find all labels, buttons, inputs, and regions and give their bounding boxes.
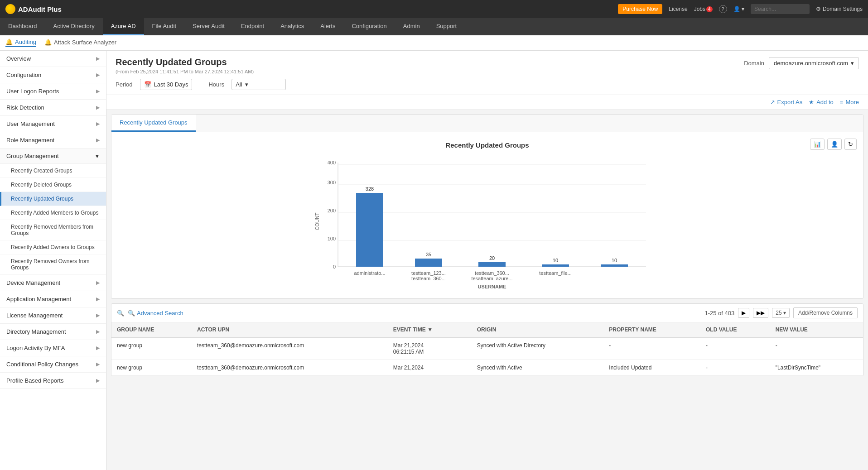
sidebar-item-overview[interactable]: Overview ▶ xyxy=(0,51,106,67)
tab-alerts[interactable]: Alerts xyxy=(312,18,343,35)
sidebar-item-user-logon[interactable]: User Logon Reports ▶ xyxy=(0,83,106,100)
sidebar-item-directory-management[interactable]: Directory Management ▶ xyxy=(0,324,106,340)
domain-settings-button[interactable]: ⚙ Domain Settings xyxy=(816,6,863,12)
sidebar-sub-recently-removed-members[interactable]: Recently Removed Members from Groups xyxy=(0,220,106,240)
pagination-info: 1-25 of 403 xyxy=(704,310,734,317)
sidebar-item-profile-based[interactable]: Profile Based Reports ▶ xyxy=(0,373,106,389)
sidebar-sub-label: Recently Removed Owners from Groups xyxy=(11,258,89,271)
tab-server-audit[interactable]: Server Audit xyxy=(184,18,233,35)
jobs-label: Jobs xyxy=(694,6,705,12)
add-to-button[interactable]: ★ Add to xyxy=(809,99,834,106)
table-toolbar: 🔍 🔍 Advanced Search 1-25 of 403 ▶ ▶▶ 25 … xyxy=(111,304,863,322)
nav-tabs: Dashboard Active Directory Azure AD File… xyxy=(0,18,868,35)
bar-4[interactable] xyxy=(542,264,569,267)
add-remove-columns-button[interactable]: Add/Remove Columns xyxy=(793,307,858,318)
tab-configuration[interactable]: Configuration xyxy=(343,18,395,35)
col-event-time[interactable]: EVENT TIME ▼ xyxy=(388,322,472,337)
license-link[interactable]: License xyxy=(669,6,687,12)
purchase-now-button[interactable]: Purchase Now xyxy=(618,4,662,14)
pagination-next-button[interactable]: ▶▶ xyxy=(753,308,768,318)
chevron-right-icon: ▶ xyxy=(96,280,100,286)
chevron-right-icon: ▶ xyxy=(96,137,100,143)
col-property-name: PROPERTY NAME xyxy=(603,322,700,337)
svg-text:35: 35 xyxy=(425,252,431,257)
chart-title: Recently Updated Groups xyxy=(121,141,854,149)
attack-surface-label: Attack Surface Analyzer xyxy=(54,39,116,46)
help-icon[interactable]: ? xyxy=(719,5,727,13)
top-bar-left: ADAudit Plus xyxy=(5,4,62,14)
chart-tab-recently-updated[interactable]: Recently Updated Groups xyxy=(111,115,196,132)
hours-label: Hours xyxy=(208,81,224,88)
cell-event-time: Mar 21,202406:21:15 AM xyxy=(388,337,472,360)
cell-property-name: Included Updated xyxy=(603,360,700,376)
gear-icon: ⚙ xyxy=(816,6,821,12)
sidebar-item-license-management[interactable]: License Management ▶ xyxy=(0,307,106,324)
sub-nav-attack-surface[interactable]: 🔔 Attack Surface Analyzer xyxy=(44,39,116,47)
col-actor-upn[interactable]: ACTOR UPN xyxy=(192,322,388,337)
bar-chart: COUNT 0 100 200 300 400 328 xyxy=(311,153,664,289)
per-page-selector[interactable]: 25 ▾ xyxy=(772,308,790,318)
adv-search-label: Advanced Search xyxy=(137,310,183,317)
sidebar-item-device-management[interactable]: Device Management ▶ xyxy=(0,275,106,291)
sidebar-item-risk-detection[interactable]: Risk Detection ▶ xyxy=(0,100,106,116)
auditing-label: Auditing xyxy=(15,38,36,45)
sidebar-label-application-management: Application Management xyxy=(6,296,71,302)
more-label: More xyxy=(845,99,859,106)
hours-value: All xyxy=(236,81,242,88)
sidebar-sub-recently-removed-owners[interactable]: Recently Removed Owners from Groups xyxy=(0,254,106,275)
col-group-name[interactable]: GROUP NAME xyxy=(111,322,192,337)
pagination-prev-button[interactable]: ▶ xyxy=(738,308,749,318)
search-icon: 🔍 xyxy=(117,310,124,317)
sidebar-sub-label: Recently Created Groups xyxy=(11,168,72,174)
sidebar-label-conditional-policy: Conditional Policy Changes xyxy=(6,361,78,368)
sidebar-item-conditional-policy[interactable]: Conditional Policy Changes ▶ xyxy=(0,356,106,373)
export-as-button[interactable]: ↗ Export As xyxy=(770,99,803,106)
chevron-right-icon: ▶ xyxy=(96,378,100,384)
tab-admin[interactable]: Admin xyxy=(395,18,428,35)
tab-endpoint[interactable]: Endpoint xyxy=(233,18,272,35)
chart-refresh-icon[interactable]: ↻ xyxy=(844,139,857,150)
sidebar-sub-recently-added-owners[interactable]: Recently Added Owners to Groups xyxy=(0,240,106,254)
tab-active-directory[interactable]: Active Directory xyxy=(45,18,103,35)
jobs-button[interactable]: Jobs4 xyxy=(694,6,713,12)
sidebar-item-application-management[interactable]: Application Management ▶ xyxy=(0,291,106,307)
hours-selector[interactable]: All ▾ xyxy=(231,79,286,90)
sub-nav-auditing[interactable]: 🔔 Auditing xyxy=(5,38,36,47)
svg-text:100: 100 xyxy=(327,236,335,241)
bar-1[interactable] xyxy=(356,193,383,267)
sidebar-item-user-management[interactable]: User Management ▶ xyxy=(0,116,106,132)
sidebar-sub-recently-added-members[interactable]: Recently Added Members to Groups xyxy=(0,206,106,220)
search-input[interactable] xyxy=(751,4,810,14)
period-selector[interactable]: 📅 Last 30 Days xyxy=(140,79,193,90)
tab-file-audit[interactable]: File Audit xyxy=(144,18,184,35)
tab-analytics[interactable]: Analytics xyxy=(272,18,312,35)
chart-user-icon[interactable]: 👤 xyxy=(827,139,842,150)
sidebar-item-group-management[interactable]: Group Management ▼ xyxy=(0,149,106,164)
bar-5[interactable] xyxy=(601,264,628,267)
svg-text:testteam_360...: testteam_360... xyxy=(475,270,509,276)
chart-bar-icon[interactable]: 📊 xyxy=(810,139,825,150)
tab-dashboard[interactable]: Dashboard xyxy=(0,18,45,35)
chevron-right-icon: ▶ xyxy=(96,72,100,78)
chevron-right-icon: ▶ xyxy=(96,56,100,62)
content-header: Recently Updated Groups (From Feb 25,202… xyxy=(106,51,868,95)
sidebar-item-configuration[interactable]: Configuration ▶ xyxy=(0,67,106,83)
cell-actor-upn: testteam_360@demoazure.onmicrosoft.com xyxy=(192,360,388,376)
sidebar-sub-recently-updated[interactable]: Recently Updated Groups xyxy=(0,192,106,206)
col-origin: ORIGIN xyxy=(472,322,604,337)
bar-3[interactable] xyxy=(478,262,506,267)
col-new-value: NEW VALUE xyxy=(770,322,863,337)
sidebar-sub-recently-deleted[interactable]: Recently Deleted Groups xyxy=(0,178,106,192)
bar-2[interactable] xyxy=(415,259,442,267)
user-avatar[interactable]: 👤 ▾ xyxy=(733,6,744,12)
export-row: ↗ Export As ★ Add to ≡ More xyxy=(106,95,868,110)
table-header: GROUP NAME ACTOR UPN EVENT TIME ▼ ORIGIN… xyxy=(111,322,863,337)
tab-azure-ad[interactable]: Azure AD xyxy=(103,18,144,35)
sidebar-item-role-management[interactable]: Role Management ▶ xyxy=(0,132,106,149)
sidebar-item-logon-mfa[interactable]: Logon Activity By MFA ▶ xyxy=(0,340,106,356)
sidebar-sub-recently-created[interactable]: Recently Created Groups xyxy=(0,164,106,178)
domain-dropdown[interactable]: demoazure.onmicrosoft.com ▾ xyxy=(769,57,859,69)
advanced-search-button[interactable]: 🔍 Advanced Search xyxy=(128,310,183,317)
more-button[interactable]: ≡ More xyxy=(840,99,859,106)
tab-support[interactable]: Support xyxy=(428,18,465,35)
